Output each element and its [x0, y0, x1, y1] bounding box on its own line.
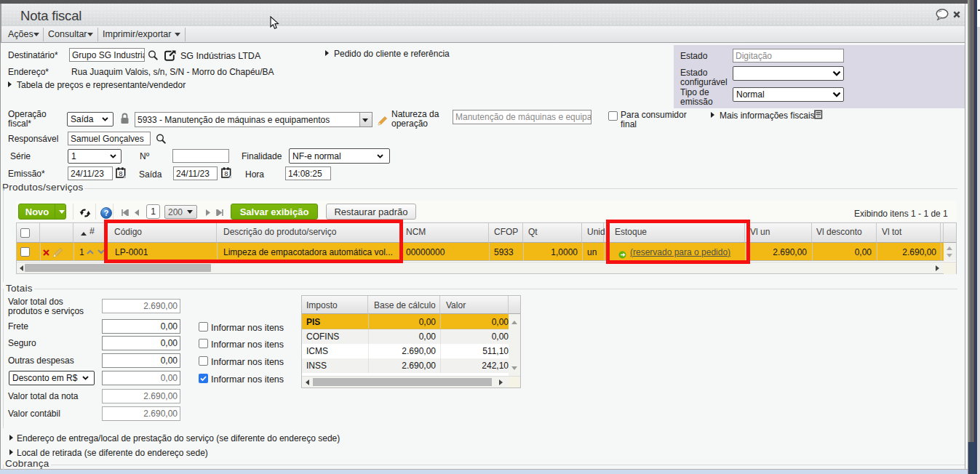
svg-text:8: 8: [119, 169, 122, 177]
svg-text:8: 8: [224, 169, 228, 177]
svg-text:?: ?: [104, 209, 109, 217]
